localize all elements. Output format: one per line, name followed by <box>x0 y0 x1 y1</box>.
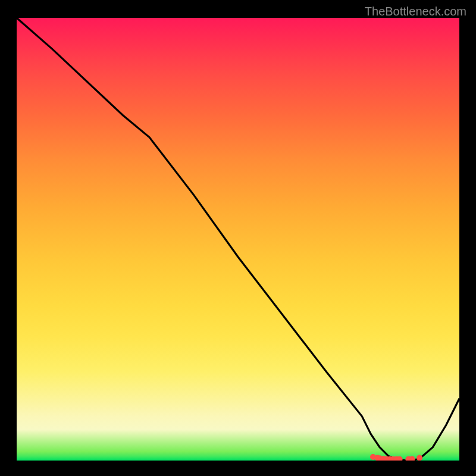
bottleneck-curve <box>17 18 459 461</box>
watermark-text: TheBottleneck.com <box>365 5 466 18</box>
optimal-markers <box>370 454 422 461</box>
chart-overlay <box>17 18 459 461</box>
